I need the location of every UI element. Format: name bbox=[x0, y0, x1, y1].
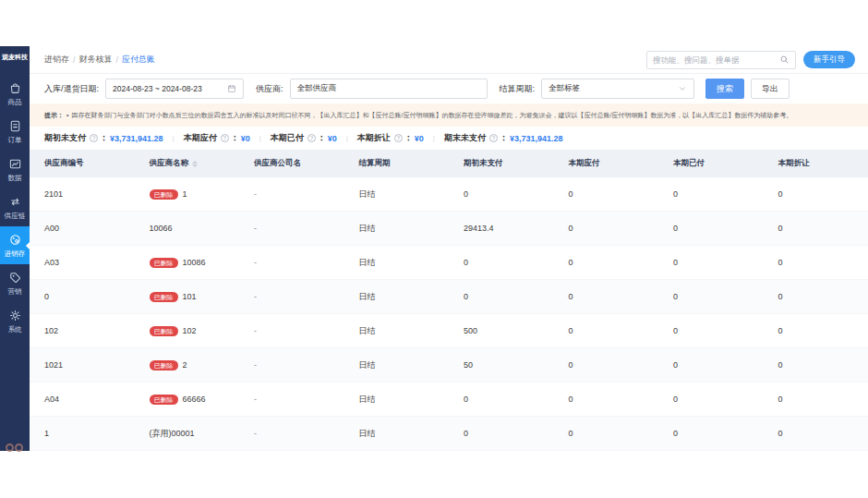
supplier-value: 全部供应商 bbox=[297, 83, 337, 94]
order-icon bbox=[8, 119, 22, 133]
cell-supplier-code: A03 bbox=[30, 258, 135, 267]
table-row: 2101已删除1-日结0000 bbox=[30, 177, 868, 212]
stat-value: ¥0 bbox=[415, 134, 424, 143]
cell-discount: 0 bbox=[764, 292, 868, 301]
floating-widget-partial[interactable] bbox=[6, 443, 23, 452]
chart-icon bbox=[8, 157, 22, 171]
notice-bullet: • bbox=[66, 112, 68, 118]
breadcrumb-item[interactable]: 应付总账 bbox=[122, 54, 155, 66]
cell-company-name: - bbox=[239, 429, 344, 438]
table-row: 102已删除102-日结500000 bbox=[30, 314, 868, 348]
stat-item: 本期应付?：¥0 bbox=[163, 132, 250, 144]
date-filter-label: 入库/退货日期: bbox=[44, 83, 99, 95]
topbar-right: 新手引导 bbox=[646, 51, 855, 69]
cell-supplier-name: 已删除1 bbox=[135, 189, 240, 200]
supplier-name-text: 101 bbox=[183, 292, 197, 301]
sidebar-item-system[interactable]: 系统 bbox=[0, 302, 30, 340]
app-logo: 观麦科技 bbox=[1, 46, 29, 66]
help-icon[interactable]: ? bbox=[90, 134, 98, 142]
help-icon[interactable]: ? bbox=[489, 134, 498, 142]
cell-settle-cycle: 日结 bbox=[344, 291, 450, 303]
deleted-badge: 已删除 bbox=[150, 189, 178, 200]
stat-value: ¥3,731,941.28 bbox=[110, 134, 163, 143]
cell-settle-cycle: 日结 bbox=[344, 428, 450, 440]
search-button[interactable]: 搜索 bbox=[705, 79, 744, 99]
column-header-opening-unpaid: 期初未支付 bbox=[449, 158, 554, 169]
column-header-label: 供应商编号 bbox=[44, 158, 84, 169]
cell-payable: 0 bbox=[554, 395, 659, 404]
cell-settle-cycle: 日结 bbox=[344, 394, 450, 406]
cell-paid: 0 bbox=[658, 189, 764, 199]
table-header-row: 供应商编号供应商名称供应商公司名结算周期期初未支付本期应付本期已付本期折让 bbox=[30, 150, 868, 177]
cell-discount: 0 bbox=[764, 360, 868, 370]
cell-company-name: - bbox=[239, 326, 344, 335]
table-row: 1021已删除2-日结50000 bbox=[30, 348, 868, 383]
global-search-box[interactable] bbox=[646, 51, 796, 69]
supplier-name-text: 10066 bbox=[150, 224, 173, 233]
stat-colon: ： bbox=[404, 132, 413, 144]
cell-company-name: - bbox=[239, 258, 344, 267]
supplier-name-text: 10086 bbox=[183, 258, 206, 267]
stat-label: 本期应付 bbox=[184, 132, 217, 144]
deleted-badge: 已删除 bbox=[150, 326, 178, 336]
stat-label: 本期已付 bbox=[271, 132, 304, 144]
stat-item: 本期折让?：¥0 bbox=[337, 132, 424, 144]
sidebar-item-inventory[interactable]: 进销存 bbox=[0, 226, 30, 264]
search-input[interactable] bbox=[653, 55, 779, 65]
column-header-paid: 本期已付 bbox=[658, 158, 764, 169]
breadcrumb-item[interactable]: 进销存 bbox=[44, 54, 69, 66]
breadcrumb-item[interactable]: 财务核算 bbox=[79, 54, 113, 66]
help-icon[interactable]: ? bbox=[307, 134, 316, 142]
column-header-company-name: 供应商公司名 bbox=[239, 158, 344, 169]
column-header-supplier-name[interactable]: 供应商名称 bbox=[135, 158, 240, 169]
breadcrumb-separator: / bbox=[116, 55, 119, 65]
sidebar-item-marketing[interactable]: 营销 bbox=[0, 264, 30, 302]
export-button[interactable]: 导出 bbox=[751, 79, 790, 99]
cell-supplier-code: 2101 bbox=[30, 189, 135, 199]
cell-supplier-code: 0 bbox=[30, 292, 135, 301]
stats-bar: 期初未支付?：¥3,731,941.28本期应付?：¥0本期已付?：¥0本期折让… bbox=[30, 127, 868, 150]
table-row: A04已删除66666-日结0000 bbox=[30, 383, 868, 417]
sidebar-item-goods[interactable]: 商品 bbox=[0, 75, 30, 113]
help-icon[interactable]: ? bbox=[221, 134, 229, 142]
cell-supplier-code: A04 bbox=[30, 395, 135, 404]
sidebar-item-orders[interactable]: 订单 bbox=[0, 113, 30, 151]
sort-icon[interactable] bbox=[192, 161, 198, 167]
table-row: 0已删除101-日结0000 bbox=[30, 280, 868, 314]
column-header-label: 本期已付 bbox=[673, 158, 705, 169]
date-range-input[interactable]: 2024-08-23 ~ 2024-08-23 bbox=[105, 79, 244, 99]
column-header-settle-cycle: 结算周期 bbox=[344, 158, 450, 169]
search-icon[interactable] bbox=[779, 55, 790, 65]
cell-discount: 0 bbox=[764, 326, 868, 335]
tag-icon bbox=[8, 271, 22, 285]
sidebar-item-label: 供应链 bbox=[5, 211, 26, 220]
supplier-input[interactable]: 全部供应商 bbox=[290, 79, 488, 99]
stat-colon: ： bbox=[231, 132, 239, 144]
sidebar-item-supply-chain[interactable]: 供应链 bbox=[0, 188, 30, 226]
cycle-select[interactable]: 全部标签 bbox=[541, 79, 694, 99]
cell-opening-unpaid: 0 bbox=[449, 292, 554, 301]
main-content: 进销存/财务核算/应付总账 新手引导 入库/退货日期: 2024-08-23 ~… bbox=[30, 46, 868, 451]
stat-value: ¥0 bbox=[241, 134, 250, 143]
help-icon[interactable]: ? bbox=[394, 134, 403, 142]
cell-discount: 0 bbox=[764, 258, 868, 267]
sidebar-item-data[interactable]: 数据 bbox=[0, 151, 30, 188]
cycle-filter-label: 结算周期: bbox=[500, 83, 536, 95]
cell-payable: 0 bbox=[554, 292, 659, 301]
sidebar-item-label: 进销存 bbox=[5, 249, 26, 258]
deleted-badge: 已删除 bbox=[150, 395, 178, 405]
cell-supplier-name: 已删除102 bbox=[135, 326, 240, 336]
column-header-supplier-code: 供应商编号 bbox=[30, 158, 135, 169]
guide-button[interactable]: 新手引导 bbox=[803, 51, 855, 68]
cell-settle-cycle: 日结 bbox=[344, 257, 450, 269]
sidebar-item-label: 系统 bbox=[7, 324, 21, 334]
table-row: 1(弃用)00001-日结0000 bbox=[30, 417, 868, 451]
stat-colon: ： bbox=[100, 132, 108, 144]
stat-value: ¥3,731,941.28 bbox=[510, 134, 563, 143]
column-header-payable: 本期应付 bbox=[554, 158, 659, 169]
cell-payable: 0 bbox=[554, 189, 659, 199]
supplier-name-text: (弃用)00001 bbox=[150, 428, 195, 440]
suppliers-table: 供应商编号供应商名称供应商公司名结算周期期初未支付本期应付本期已付本期折让 21… bbox=[30, 150, 868, 451]
stat-label: 期初未支付 bbox=[44, 132, 86, 144]
cell-discount: 0 bbox=[764, 224, 868, 233]
